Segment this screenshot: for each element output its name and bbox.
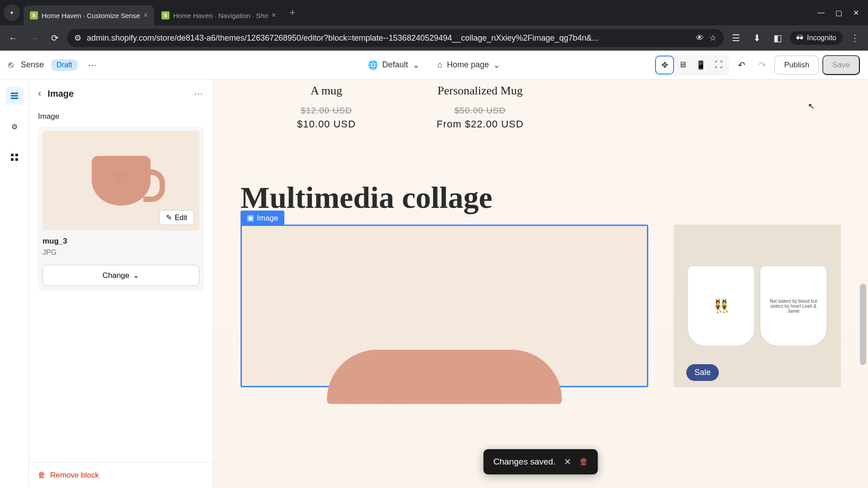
- toast-close-icon[interactable]: ✕: [564, 456, 571, 467]
- minimize-icon[interactable]: —: [817, 9, 825, 17]
- trash-icon: 🗑: [38, 471, 46, 480]
- bookmark-star-icon[interactable]: ☆: [709, 33, 717, 43]
- incognito-icon: 🕶: [796, 34, 803, 42]
- remove-block-button[interactable]: 🗑 Remove block: [29, 462, 213, 488]
- product-title: Personalized Mug: [417, 84, 543, 98]
- undo-button[interactable]: ↶: [733, 56, 750, 74]
- style-selector[interactable]: 🌐 Default ⌄: [368, 60, 420, 70]
- left-rail: ⚙: [0, 80, 29, 488]
- toast-undo-trash-icon[interactable]: 🗑: [580, 457, 588, 467]
- image-outline-icon: ▣: [247, 213, 254, 223]
- collage-image-block-selected[interactable]: ▣ Image: [241, 225, 648, 387]
- sale-badge: Sale: [686, 364, 719, 381]
- back-button[interactable]: ←: [5, 29, 22, 47]
- forward-button[interactable]: →: [25, 29, 42, 47]
- svg-rect-2: [11, 98, 18, 99]
- shopify-favicon-icon: S: [30, 11, 38, 19]
- pencil-icon: ✎: [166, 213, 172, 222]
- collage-heading: Multimedia collage: [241, 180, 841, 216]
- product-card[interactable]: A mug $12.00 USD $10.00 USD: [263, 84, 390, 130]
- sidebar-title: Image: [47, 89, 74, 99]
- svg-rect-5: [11, 158, 14, 161]
- selection-tag[interactable]: ▣ Image: [241, 211, 284, 225]
- browser-menu-icon[interactable]: ⋮: [846, 29, 863, 47]
- tab-title: Home Haven · Navigation · Sho: [173, 12, 268, 19]
- theme-settings-rail-icon[interactable]: ⚙: [5, 117, 24, 136]
- toast-notification: Changes saved. ✕ 🗑: [483, 449, 598, 474]
- mug-illustration-left: 👯: [687, 265, 755, 347]
- downloads-icon[interactable]: ⬇: [748, 29, 765, 47]
- product-title: A mug: [263, 84, 390, 98]
- svg-rect-1: [11, 95, 18, 97]
- svg-rect-3: [11, 154, 14, 156]
- mobile-preview-button[interactable]: 📱: [692, 56, 709, 74]
- close-tab-icon[interactable]: ×: [272, 11, 276, 19]
- reading-list-icon[interactable]: ☰: [727, 29, 745, 47]
- sidebar-more-icon[interactable]: ⋯: [194, 88, 204, 99]
- mouse-cursor: ↖: [808, 101, 815, 111]
- browser-tab[interactable]: S Home Haven · Navigation · Sho ×: [155, 5, 282, 25]
- shopify-favicon-icon: S: [161, 11, 170, 19]
- svg-rect-6: [15, 158, 18, 161]
- old-price: $12.00 USD: [263, 106, 390, 116]
- browser-tab-active[interactable]: S Home Haven · Customize Sense ×: [24, 5, 154, 25]
- sections-rail-icon[interactable]: [5, 87, 24, 105]
- toast-message: Changes saved.: [493, 457, 555, 467]
- address-bar[interactable]: ⚙ admin.shopify.com/store/de8143-a6/them…: [67, 29, 724, 47]
- image-preview[interactable]: ♡ ✎ Edit: [42, 131, 199, 230]
- site-settings-icon[interactable]: ⚙: [74, 33, 81, 43]
- theme-more-icon[interactable]: ⋯: [85, 60, 99, 70]
- mug-illustration-right: Not sisters by blood but sisters by hear…: [760, 265, 827, 347]
- svg-rect-4: [15, 154, 18, 156]
- block-settings-sidebar: ‹ Image ⋯ Image ♡ ✎ Edit mug_3 JPG: [29, 80, 213, 488]
- device-preview-group: ✥ 🖥 📱 ⛶: [654, 55, 729, 75]
- incognito-badge[interactable]: 🕶 Incognito: [790, 31, 843, 45]
- apps-rail-icon[interactable]: [5, 148, 24, 166]
- browser-toolbar: ← → ⟳ ⚙ admin.shopify.com/store/de8143-a…: [0, 25, 868, 51]
- old-price: $50.00 USD: [417, 106, 543, 116]
- desktop-preview-button[interactable]: 🖥: [674, 56, 691, 74]
- collage-product-block[interactable]: 👯 Not sisters by blood but sisters by he…: [674, 225, 841, 387]
- home-icon: ⌂: [438, 60, 443, 70]
- product-card[interactable]: Personalized Mug $50.00 USD From $22.00 …: [417, 84, 543, 130]
- browser-tab-strip: ▾ S Home Haven · Customize Sense × S Hom…: [0, 0, 868, 25]
- reload-button[interactable]: ⟳: [46, 29, 63, 47]
- theme-name[interactable]: Sense: [21, 60, 44, 70]
- maximize-icon[interactable]: ▢: [835, 9, 842, 17]
- eye-off-icon[interactable]: 👁: [696, 33, 704, 43]
- redo-button: ↷: [754, 56, 771, 74]
- globe-icon: 🌐: [368, 60, 378, 70]
- edit-image-button[interactable]: ✎ Edit: [159, 210, 194, 225]
- side-panel-icon[interactable]: ◧: [769, 29, 786, 47]
- close-window-icon[interactable]: ✕: [853, 9, 859, 17]
- shopify-theme-editor: ⎋ Sense Draft ⋯ 🌐 Default ⌄ ⌂ Home page …: [0, 51, 868, 488]
- page-selector[interactable]: ⌂ Home page ⌄: [438, 60, 500, 70]
- mug-illustration: ♡: [92, 156, 151, 206]
- editor-header: ⎋ Sense Draft ⋯ 🌐 Default ⌄ ⌂ Home page …: [0, 51, 868, 80]
- new-tab-button[interactable]: +: [283, 7, 302, 19]
- publish-button[interactable]: Publish: [774, 56, 819, 75]
- new-price: From $22.00 USD: [417, 118, 543, 130]
- sidebar-back-icon[interactable]: ‹: [38, 88, 41, 99]
- mug-image: [327, 350, 562, 404]
- exit-editor-icon[interactable]: ⎋: [8, 60, 14, 70]
- chevron-down-icon: ⌄: [133, 271, 139, 280]
- change-image-button[interactable]: Change ⌄: [42, 265, 199, 286]
- close-tab-icon[interactable]: ×: [144, 11, 148, 19]
- inspector-mode-button[interactable]: ✥: [656, 56, 673, 74]
- image-picker-card: ♡ ✎ Edit mug_3 JPG Change ⌄: [38, 127, 204, 291]
- save-button: Save: [822, 55, 860, 75]
- tabs-dropdown-button[interactable]: ▾: [4, 5, 20, 21]
- url-text: admin.shopify.com/store/de8143-a6/themes…: [87, 33, 690, 43]
- scrollbar-thumb[interactable]: [860, 284, 866, 365]
- preview-canvas[interactable]: A mug $12.00 USD $10.00 USD Personalized…: [213, 80, 868, 488]
- draft-badge: Draft: [51, 59, 78, 71]
- tab-title: Home Haven · Customize Sense: [42, 12, 140, 19]
- image-section-label: Image: [38, 112, 204, 121]
- fullscreen-preview-button[interactable]: ⛶: [710, 56, 727, 74]
- chevron-down-icon: ⌄: [493, 60, 500, 70]
- chevron-down-icon: ⌄: [413, 60, 420, 70]
- image-filetype: JPG: [42, 249, 199, 257]
- new-price: $10.00 USD: [263, 118, 390, 130]
- svg-rect-0: [11, 93, 18, 94]
